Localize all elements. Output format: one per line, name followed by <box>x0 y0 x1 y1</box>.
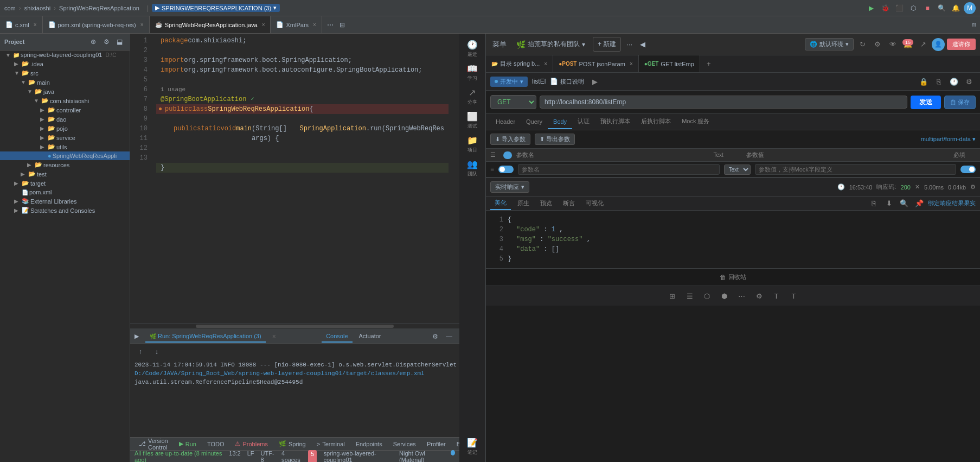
param-name-input[interactable] <box>518 164 720 175</box>
import-params-btn[interactable]: ⬇ 导入参数 <box>490 134 530 145</box>
tab-problems[interactable]: ⚠ Problems <box>230 439 272 448</box>
res-tab-pretty[interactable]: 美化 <box>490 197 511 210</box>
tab-close-catalog[interactable]: × <box>544 61 547 67</box>
req-tab-pre[interactable]: 预执行脚本 <box>595 114 636 130</box>
coverage-btn[interactable]: ⬛ <box>893 2 905 14</box>
realtime-btn[interactable]: 实时响应 ▾ <box>490 181 529 193</box>
tab-profiler[interactable]: Profiler <box>422 440 450 448</box>
req-tab-body[interactable]: Body <box>548 115 572 129</box>
tree-src[interactable]: ▼ 📂 src <box>0 68 130 78</box>
method-select[interactable]: GET POST PUT DELETE <box>490 95 536 109</box>
team-btn[interactable]: 🌿 抬荒草的私有团队 ▾ <box>512 37 590 51</box>
code-scrollbar[interactable] <box>130 323 459 328</box>
param-type-select[interactable]: Text File <box>724 164 751 175</box>
tab-pomxml[interactable]: 📄 pom.xml (spring-web-req-res) × <box>43 16 150 33</box>
avatar-btn[interactable]: M <box>964 2 976 14</box>
api-tab-post-json[interactable]: ●POST POST jsonParam × <box>553 55 639 72</box>
res-tab-preview[interactable]: 预览 <box>536 197 556 210</box>
res-search-icon[interactable]: 🔍 <box>898 197 911 210</box>
bottom-settings-icon[interactable]: ⚙ <box>753 289 766 302</box>
maven-btn[interactable]: m <box>968 19 980 31</box>
copy-endpoint-icon[interactable]: ⎘ <box>932 75 945 88</box>
settings-icon[interactable]: ⚙ <box>963 75 976 88</box>
tree-pojo[interactable]: ▶ 📂 pojo <box>0 124 130 133</box>
api-doc-link[interactable]: 📄 接口说明 <box>550 78 584 86</box>
tree-package[interactable]: ▼ 📂 com.shixiaoshi <box>0 96 130 105</box>
tab-close-pom[interactable]: × <box>140 22 144 28</box>
tab-close-spring[interactable]: × <box>262 22 265 28</box>
bottom-collapse-icon[interactable]: ⬢ <box>718 289 731 302</box>
console-tab[interactable]: Console <box>322 331 352 343</box>
bottom-text-icon[interactable]: T <box>787 289 800 302</box>
export-params-btn[interactable]: ⬆ 导出参数 <box>535 134 575 145</box>
af-settings-icon[interactable]: ⚙ <box>871 38 884 51</box>
tab-close-xml[interactable]: × <box>313 22 316 28</box>
param-required-toggle[interactable] <box>960 166 976 173</box>
req-tab-query[interactable]: Query <box>521 115 548 129</box>
params-toggle[interactable] <box>503 151 512 159</box>
req-tab-header[interactable]: Header <box>490 115 521 129</box>
tab-services[interactable]: Services <box>389 440 420 448</box>
tab-cxml[interactable]: 📄 c.xml × <box>0 16 43 33</box>
tree-service[interactable]: ▶ 📂 service <box>0 133 130 142</box>
response-settings-icon[interactable]: ⚙ <box>970 183 976 191</box>
req-tab-auth[interactable]: 认证 <box>572 114 595 130</box>
run-dropdown[interactable]: ▾ <box>273 4 277 11</box>
menu-btn[interactable]: 菜单 <box>490 37 509 52</box>
more-tabs-btn[interactable]: ⋯ <box>324 19 336 31</box>
split-editor-btn[interactable]: ⊟ <box>336 19 348 31</box>
bottom-dots-icon[interactable]: ⋯ <box>735 289 748 302</box>
code-lines[interactable]: package com.shixiaoshi; import org.sprin… <box>152 34 453 323</box>
run-btn[interactable]: ▶ <box>865 2 877 14</box>
profile-btn[interactable]: ⬡ <box>907 2 919 14</box>
tab-xmlparse[interactable]: 📄 XmlPars × <box>271 16 322 33</box>
tab-todo[interactable]: TODO <box>203 440 229 448</box>
tab-run[interactable]: ▶ Run <box>175 439 201 448</box>
nav-learn[interactable]: 📖 学习 <box>462 62 483 84</box>
sidebar-icon-settings[interactable]: ⚙ <box>100 36 112 48</box>
scroll-up-icon[interactable]: ↑ <box>134 346 146 358</box>
bottom-grid-icon[interactable]: ⊞ <box>666 289 679 302</box>
tab-close-cxml[interactable]: × <box>34 22 37 28</box>
sidebar-icon-expand[interactable]: ⬓ <box>113 36 125 48</box>
more-btn[interactable]: ··· <box>624 38 635 50</box>
tree-test[interactable]: ▶ 📂 test <box>0 169 130 179</box>
new-btn[interactable]: + 新建 <box>593 37 621 52</box>
api-tab-spring-boot[interactable]: 📂 目录 spring b... × <box>486 55 553 72</box>
invite-btn[interactable]: 邀请你 <box>947 39 976 50</box>
recycle-btn[interactable]: 🗑 回收站 <box>486 268 980 286</box>
tree-controller[interactable]: ▶ 📂 controller <box>0 105 130 115</box>
af-user-avatar[interactable]: 👤 <box>932 38 945 51</box>
tree-main-class[interactable]: ▶ ● SpringWebReqResAppli <box>0 151 130 160</box>
tree-pomxml[interactable]: ▶ 📄 pom.xml <box>0 188 130 197</box>
run-close-icon[interactable]: — <box>443 331 455 343</box>
tree-resources[interactable]: ▶ 📂 resources <box>0 160 130 169</box>
sidebar-icon-plus[interactable]: ⊕ <box>87 36 99 48</box>
search-btn[interactable]: 🔍 <box>936 2 947 14</box>
nav-project[interactable]: 📁 项目 <box>462 134 483 155</box>
tab-spring[interactable]: 🌿 Spring <box>274 439 310 448</box>
lock-icon[interactable]: 🔒 <box>917 75 930 88</box>
nav-share[interactable]: ↗ 分享 <box>462 86 483 107</box>
nav-note[interactable]: 📝 笔记 <box>462 436 483 458</box>
run-settings-icon[interactable]: ⚙ <box>429 331 441 343</box>
req-tab-mock[interactable]: Mock 服务 <box>676 114 715 130</box>
af-share-icon[interactable]: ↗ <box>917 38 930 51</box>
run-api-btn[interactable]: ▶ <box>588 75 601 88</box>
res-tab-raw[interactable]: 原生 <box>513 197 534 210</box>
tree-dao[interactable]: ▶ 📂 dao <box>0 115 130 124</box>
run-config[interactable]: ▶ SPRINGWEBREQRESAPPLICATION (3) ▾ <box>152 4 280 12</box>
nav-left-btn[interactable]: ◀ <box>638 38 648 50</box>
sync-icon[interactable]: ↻ <box>856 38 869 51</box>
notification-btn[interactable]: 🔔 <box>950 2 962 14</box>
add-tab-btn[interactable]: + <box>702 58 715 71</box>
scroll-down-icon[interactable]: ↓ <box>151 346 163 358</box>
tree-main[interactable]: ▼ 📂 main <box>0 78 130 87</box>
status-badge[interactable]: 开发中 ▾ <box>490 77 528 87</box>
save-btn[interactable]: 自 保存 <box>944 96 976 109</box>
send-btn[interactable]: 发送 <box>911 96 941 109</box>
tab-terminal[interactable]: > Terminal <box>312 440 349 448</box>
bottom-list-icon[interactable]: ☰ <box>683 289 696 302</box>
res-pin-icon[interactable]: 📌 <box>913 197 926 210</box>
bottom-expand-icon[interactable]: ⬡ <box>701 289 714 302</box>
